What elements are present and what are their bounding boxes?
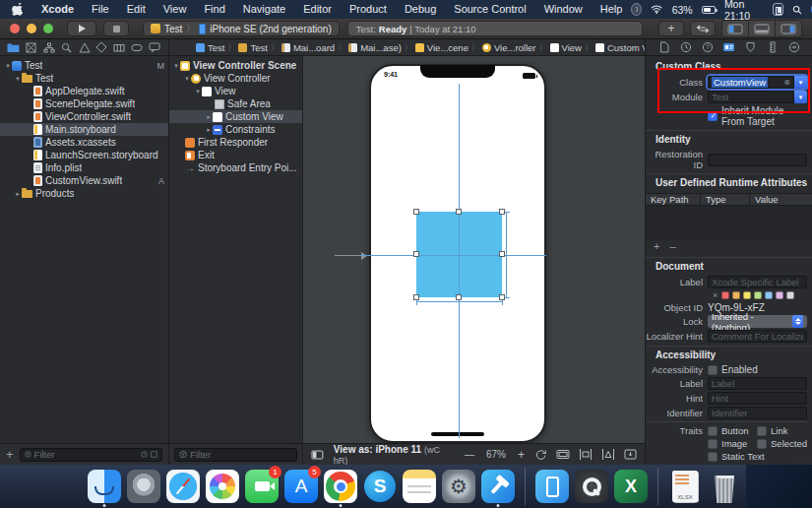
purple-swatch[interactable] (776, 291, 783, 299)
crumb-storyboard-base[interactable]: Mai...ase) (347, 42, 403, 53)
toggle-debug-area-button[interactable] (749, 21, 775, 36)
update-frames-icon[interactable] (534, 449, 547, 461)
project-navigator-tab[interactable] (6, 40, 22, 54)
crumb-storyboard[interactable]: Mai...oard (281, 42, 336, 53)
dock-safari-icon[interactable] (165, 467, 201, 506)
dock-trash-icon[interactable] (707, 467, 742, 506)
dock-skype-icon[interactable]: S (362, 467, 398, 506)
dock-facetime-icon[interactable]: 1 (244, 467, 280, 506)
dock-xlsx-document-icon[interactable]: XLSX (667, 467, 703, 506)
resolve-autolayout-icon[interactable] (624, 449, 637, 460)
localizer-hint-field[interactable]: Comment For Localizer (708, 330, 807, 343)
zoom-level[interactable]: 67% (486, 449, 506, 460)
run-button[interactable] (67, 21, 96, 36)
dock-xcode-icon[interactable] (480, 467, 516, 506)
outline-filter-input[interactable] (190, 449, 292, 460)
crumb-view[interactable]: View (549, 42, 583, 53)
dock-simulator-icon[interactable] (534, 467, 570, 506)
project-row[interactable]: Test M (0, 59, 168, 72)
menu-edit[interactable]: Edit (118, 0, 155, 19)
menu-file[interactable]: File (83, 0, 118, 19)
accessibility-identifier-field[interactable]: Identifier (708, 407, 807, 419)
resize-handle[interactable] (456, 209, 462, 215)
outline-view-row[interactable]: View (169, 85, 302, 97)
file-row[interactable]: SceneDelegate.swift (0, 97, 168, 110)
menu-product[interactable]: Product (341, 0, 396, 19)
outline-exit-row[interactable]: Exit (169, 149, 302, 161)
dock-app-store-icon[interactable]: A5 (283, 467, 319, 506)
stop-button[interactable] (103, 21, 129, 36)
accessibility-hint-field[interactable]: Hint (708, 392, 807, 405)
toggle-inspector-button[interactable] (776, 21, 801, 36)
minimize-window-button[interactable] (27, 24, 36, 33)
resize-handle[interactable] (413, 294, 419, 300)
blue-swatch[interactable] (765, 291, 773, 299)
menu-editor[interactable]: Editor (294, 0, 341, 19)
class-dropdown-button[interactable] (794, 76, 807, 89)
file-row[interactable]: LaunchScreen.storyboard (0, 149, 168, 161)
symbol-navigator-tab[interactable] (41, 40, 57, 54)
source-control-navigator-tab[interactable] (24, 40, 39, 54)
menu-xcode[interactable]: Xcode (32, 0, 83, 19)
file-row[interactable]: CustomView.swift A (0, 174, 168, 187)
disclosure-icon[interactable] (14, 190, 22, 198)
find-navigator-tab[interactable] (59, 40, 75, 54)
green-swatch[interactable] (754, 291, 762, 299)
outline-entry-point-row[interactable]: → Storyboard Entry Poi... (169, 161, 302, 174)
add-constraints-icon[interactable] (601, 449, 615, 460)
navigator-filter-input[interactable] (34, 449, 138, 460)
module-dropdown-button[interactable] (794, 91, 807, 103)
accessibility-enabled-checkbox[interactable] (708, 365, 718, 375)
file-row[interactable]: Assets.xcassets (0, 136, 168, 149)
trait-button-checkbox[interactable] (708, 426, 718, 436)
dock-chrome-icon[interactable] (323, 467, 358, 506)
outline-first-responder-row[interactable]: First Responder (169, 136, 302, 149)
crumb-view-controller[interactable]: Vie...roller (481, 42, 537, 53)
group-row[interactable]: Test (0, 72, 168, 85)
class-field[interactable]: CustomView ⊗ (708, 76, 794, 89)
disclosure-icon[interactable] (194, 88, 202, 95)
storyboard-canvas[interactable]: 9:41 (303, 56, 645, 443)
resize-handle[interactable] (499, 294, 505, 300)
yellow-swatch[interactable] (743, 291, 751, 299)
disclosure-icon[interactable] (205, 126, 213, 134)
accessibility-label-field[interactable]: Label (708, 377, 807, 390)
crumb-scene[interactable]: Vie...cene (414, 42, 469, 53)
screen-mirroring-icon[interactable] (631, 3, 642, 16)
menu-source-control[interactable]: Source Control (445, 0, 534, 19)
attributes-inspector-tab[interactable] (743, 40, 759, 54)
source-control-status-icon[interactable] (151, 450, 157, 459)
lock-popup[interactable]: Inherited - (Nothing) (708, 315, 807, 328)
test-navigator-tab[interactable] (94, 40, 109, 54)
file-row[interactable]: AppDelegate.swift (0, 85, 168, 97)
toggle-navigator-button[interactable] (722, 21, 748, 36)
outline-safe-area-row[interactable]: Safe Area (169, 97, 302, 110)
disclosure-icon[interactable] (14, 75, 22, 83)
align-icon[interactable] (579, 449, 593, 460)
col-value[interactable]: Value (750, 194, 812, 205)
battery-icon[interactable] (702, 6, 716, 14)
orange-swatch[interactable] (732, 291, 740, 299)
menu-help[interactable]: Help (592, 0, 632, 19)
menu-window[interactable]: Window (535, 0, 592, 19)
no-color-swatch[interactable]: × (713, 290, 718, 300)
file-row[interactable]: ViewController.swift (0, 110, 168, 123)
clear-icon[interactable]: ⊗ (783, 78, 790, 87)
history-inspector-tab[interactable] (678, 40, 694, 54)
products-group-row[interactable]: Products (0, 187, 168, 200)
resize-handle[interactable] (413, 251, 419, 257)
col-key-path[interactable]: Key Path (646, 194, 701, 205)
document-label-field[interactable]: Xcode Specific Label (708, 276, 807, 288)
wifi-icon[interactable] (651, 4, 662, 15)
add-attribute-button[interactable]: + (654, 240, 659, 252)
disclosure-icon[interactable] (183, 75, 191, 83)
input-source-icon[interactable] (773, 3, 783, 16)
disclosure-icon[interactable] (172, 62, 180, 70)
identity-inspector-tab-selected[interactable] (721, 40, 737, 54)
file-inspector-tab[interactable] (656, 40, 672, 54)
disclosure-icon[interactable] (205, 113, 213, 121)
module-field[interactable]: Test (708, 91, 794, 103)
col-type[interactable]: Type (701, 194, 750, 205)
outline-view-controller-row[interactable]: View Controller (169, 72, 302, 85)
disclosure-icon[interactable] (4, 62, 12, 70)
